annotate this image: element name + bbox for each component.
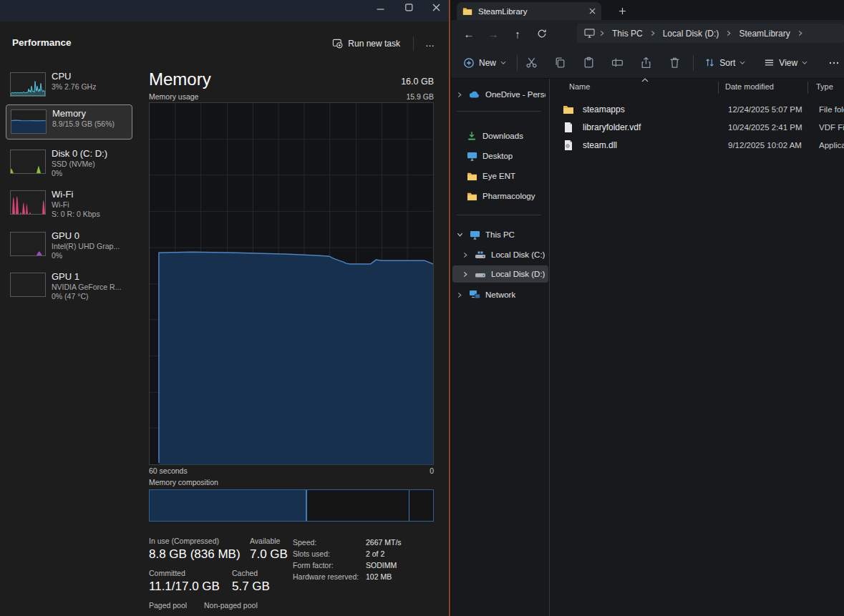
- forward-button[interactable]: →: [481, 24, 505, 44]
- new-tab-button[interactable]: [614, 4, 630, 18]
- sidebar-item-cpu[interactable]: CPU 3% 2.76 GHz: [6, 68, 132, 103]
- nav-pharmacology-label: Pharmacology: [482, 192, 535, 200]
- nav-item-downloads[interactable]: Downloads: [452, 127, 548, 145]
- close-icon: [432, 4, 440, 11]
- toolbar-divider: [517, 55, 518, 71]
- back-button[interactable]: ←: [457, 24, 481, 44]
- file-date-modified: 9/12/2025 10:02 AM: [728, 141, 802, 150]
- chevron-down-icon: [739, 61, 745, 65]
- chevron-right-icon[interactable]: [461, 252, 470, 258]
- new-plus-icon: [463, 57, 475, 69]
- sidebar-item-wifi[interactable]: Wi-Fi Wi-Fi S: 0 R: 0 Kbps: [6, 186, 132, 221]
- column-header-date-modified[interactable]: Date modified: [725, 82, 774, 91]
- minimize-button[interactable]: [372, 1, 388, 13]
- nav-desktop-label: Desktop: [482, 152, 513, 160]
- paste-button[interactable]: [579, 52, 599, 74]
- nav-item-desktop[interactable]: Desktop: [452, 147, 548, 165]
- nav-separator: [457, 111, 541, 112]
- column-divider[interactable]: [807, 82, 808, 94]
- breadcrumb-local-disk-d[interactable]: Local Disk (D:): [657, 26, 725, 41]
- file-row-libraryfolder-vdf[interactable]: libraryfolder.vdf 10/24/2025 2:41 PM VDF…: [554, 118, 844, 136]
- sidebar-gpu0-name: Intel(R) UHD Grap...: [52, 242, 120, 251]
- share-button[interactable]: [636, 52, 656, 74]
- share-icon: [640, 57, 652, 69]
- sidebar-item-disk0[interactable]: Disk 0 (C: D:) SSD (NVMe) 0%: [6, 145, 132, 180]
- copy-button[interactable]: [550, 52, 571, 74]
- nav-item-local-disk-c[interactable]: Local Disk (C:): [452, 246, 548, 263]
- close-button[interactable]: [428, 1, 444, 13]
- run-new-task-button[interactable]: Run new task: [326, 34, 406, 52]
- nonpaged-pool-label: Non-paged pool: [204, 601, 258, 610]
- time-axis-right-label: 0: [149, 466, 434, 475]
- committed-label: Committed: [149, 569, 185, 577]
- view-icon: [764, 57, 775, 68]
- nav-this-pc-label: This PC: [485, 230, 515, 239]
- memory-usage-area: [159, 252, 433, 464]
- chevron-right-icon[interactable]: [461, 271, 470, 278]
- explorer-tab-steamlibrary[interactable]: SteamLibrary: [457, 2, 601, 20]
- file-icon: [563, 122, 574, 133]
- nav-item-local-disk-d[interactable]: Local Disk (D:): [452, 265, 548, 283]
- breadcrumb-this-pc[interactable]: This PC: [606, 26, 649, 41]
- memory-composition-bar: [149, 489, 434, 522]
- explorer-toolbar: New: [451, 47, 844, 79]
- up-button[interactable]: ↑: [505, 24, 530, 44]
- column-header-type[interactable]: Type: [816, 82, 833, 91]
- breadcrumb-steamlibrary[interactable]: SteamLibrary: [733, 26, 795, 41]
- nav-item-pharmacology[interactable]: Pharmacology: [452, 187, 548, 205]
- column-divider[interactable]: [718, 82, 719, 94]
- chevron-down-icon[interactable]: [455, 232, 464, 238]
- sidebar-wifi-name: Wi-Fi: [52, 200, 100, 210]
- form-factor-value: SODIMM: [366, 561, 397, 569]
- sidebar-item-memory[interactable]: Memory 8.9/15.9 GB (56%): [6, 104, 132, 140]
- nav-item-eye-ent[interactable]: Eye ENT: [452, 167, 548, 185]
- nav-disk-c-label: Local Disk (C:): [491, 250, 545, 259]
- trash-icon: [669, 57, 681, 69]
- rename-icon: [611, 57, 624, 69]
- breadcrumb-chevron-icon: [599, 30, 605, 36]
- refresh-button[interactable]: [530, 24, 554, 44]
- toolbar-divider: [693, 55, 694, 71]
- nav-onedrive-label: OneDrive - Persona: [485, 90, 545, 99]
- file-name: libraryfolder.vdf: [583, 122, 641, 132]
- column-header-name[interactable]: Name: [569, 82, 590, 91]
- sidebar-disk-usage: 0%: [52, 169, 107, 177]
- breadcrumb-chevron-icon: [726, 30, 732, 36]
- view-button[interactable]: View: [757, 53, 814, 72]
- sidebar-cpu-title: CPU: [52, 71, 96, 82]
- sort-button[interactable]: Sort: [698, 53, 752, 72]
- downloads-icon: [466, 131, 477, 141]
- task-manager-more-button[interactable]: …: [421, 36, 440, 50]
- slots-used-value: 2 of 2: [366, 549, 384, 558]
- file-name: steamapps: [583, 104, 625, 114]
- sidebar-item-gpu0[interactable]: GPU 0 Intel(R) UHD Grap... 0%: [6, 228, 132, 263]
- this-pc-icon: [584, 29, 595, 38]
- nav-item-this-pc[interactable]: This PC: [452, 226, 548, 243]
- rename-button[interactable]: [608, 52, 628, 74]
- sort-button-label: Sort: [719, 58, 735, 68]
- tab-close-icon[interactable]: [589, 8, 596, 14]
- in-use-value: 8.8 GB (836 MB): [149, 547, 241, 562]
- chevron-right-icon[interactable]: [455, 292, 464, 298]
- cut-button[interactable]: [522, 52, 542, 74]
- nav-item-onedrive[interactable]: OneDrive - Persona: [452, 86, 548, 103]
- explorer-body: OneDrive - Persona Downloads Desktop: [451, 79, 844, 616]
- window-border-divider: [449, 0, 450, 616]
- breadcrumb[interactable]: This PC Local Disk (D:) SteamLibrary: [577, 24, 844, 43]
- wifi-thumbnail-chart: [10, 190, 46, 215]
- file-row-steam-dll[interactable]: steam.dll 9/12/2025 10:02 AM Application…: [554, 136, 844, 154]
- header-divider: [413, 36, 414, 51]
- sidebar-item-gpu1[interactable]: GPU 1 NVIDIA GeForce R... 0% (47 °C): [6, 268, 132, 303]
- toolbar-more-button[interactable]: [824, 52, 844, 74]
- sidebar-memory-stats: 8.9/15.9 GB (56%): [52, 119, 115, 129]
- chevron-right-icon[interactable]: [455, 92, 464, 98]
- file-row-steamapps[interactable]: steamapps 12/24/2025 5:07 PM File folder: [554, 100, 844, 118]
- memory-scale-max: 15.9 GB: [149, 92, 434, 101]
- delete-button[interactable]: [664, 52, 684, 74]
- maximize-button[interactable]: [401, 1, 417, 13]
- new-button[interactable]: New: [457, 53, 513, 73]
- nav-item-network[interactable]: Network: [452, 286, 548, 303]
- speed-label: Speed:: [293, 538, 316, 547]
- slots-used-label: Slots used:: [293, 549, 330, 558]
- file-date-modified: 12/24/2025 5:07 PM: [728, 105, 802, 114]
